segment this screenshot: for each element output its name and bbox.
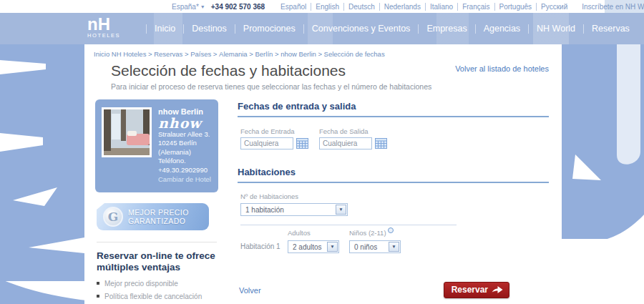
back-to-hotel-list-link[interactable]: Volver al listado de hoteles xyxy=(455,64,549,73)
dropdown-button[interactable]: ▼ xyxy=(327,242,338,252)
reserve-button-label: Reservar xyxy=(452,285,488,295)
language-link[interactable]: English xyxy=(311,3,344,11)
breadcrumb: Inicio NH HotelesReservasPaísesAlemaniaB… xyxy=(84,44,562,58)
dropdown-button[interactable]: ▼ xyxy=(336,205,346,215)
page-header: Selección de fechas y habitaciones Volve… xyxy=(84,58,562,79)
rooms-section-title: Habitaciones xyxy=(238,167,549,183)
phone-number: +34 902 570 368 xyxy=(211,3,265,11)
hotel-address-line: Teléfono. xyxy=(158,157,211,166)
account-links: Inscríbete en NH World Login xyxy=(582,3,644,11)
breadcrumb-item[interactable]: Inicio NH Hoteles xyxy=(94,50,146,58)
region-label: España* xyxy=(172,3,199,11)
page-subtitle: Para iniciar el proceso de reserva tiene… xyxy=(84,79,562,91)
checkin-input[interactable]: Cualquiera xyxy=(240,137,293,149)
nav-item[interactable]: Reservas xyxy=(583,24,638,34)
nav-item[interactable]: Destinos xyxy=(183,24,235,34)
hotel-address-line: (Alemania) xyxy=(158,148,211,157)
calendar-icon[interactable] xyxy=(296,138,308,149)
checkin-label: Fecha de Entrada xyxy=(240,127,308,135)
calendar-icon[interactable] xyxy=(375,138,387,149)
hotel-photo xyxy=(102,107,152,157)
adults-header: Adultos xyxy=(288,229,349,237)
hotel-info: nhow Berlin nhow Stralauer Allee 3.10245… xyxy=(158,107,211,185)
nav-item[interactable]: Promociones xyxy=(235,24,303,34)
language-link[interactable]: Italiano xyxy=(426,3,458,11)
language-link[interactable]: Русский xyxy=(537,3,572,11)
main-nav-band: nH HOTELES InicioDestinosPromocionesConv… xyxy=(0,13,644,44)
room-count-select[interactable]: 1 habitación ▼ xyxy=(240,203,348,216)
hotel-address: Stralauer Allee 3.10245 Berlín(Alemania)… xyxy=(158,130,211,175)
form-footer: Volver Reservar xyxy=(238,282,549,298)
chevron-down-icon: ▼ xyxy=(391,245,396,250)
benefits-title: Reservar on-line te ofrece múltiples ven… xyxy=(97,250,217,273)
adults-select[interactable]: 2 adultos ▼ xyxy=(288,240,339,253)
content-card: Inicio NH HotelesReservasPaísesAlemaniaB… xyxy=(84,44,562,304)
hotel-address-line: 10245 Berlín xyxy=(158,139,211,148)
checkout-field: Fecha de Salida Cualquiera xyxy=(319,127,387,149)
adults-value: 2 adultos xyxy=(288,241,326,252)
arrow-right-icon xyxy=(492,285,503,294)
content-columns: nhow Berlin nhow Stralauer Allee 3.10245… xyxy=(84,91,562,304)
date-fields: Fecha de Entrada Cualquiera Fecha de Sal… xyxy=(240,127,549,149)
room-count-field: Nº de Habitaciones 1 habitación ▼ xyxy=(240,192,549,216)
room-count-value: 1 habitación xyxy=(241,204,335,215)
back-link[interactable]: Volver xyxy=(239,286,261,295)
booking-form: Fechas de entrada y salida Fecha de Entr… xyxy=(238,99,550,304)
breadcrumb-item[interactable]: nhow Berlin xyxy=(273,50,316,58)
change-hotel-link[interactable]: Cambiar de Hotel xyxy=(158,175,211,185)
language-link[interactable]: Español xyxy=(276,3,311,11)
breadcrumb-item[interactable]: Alemania xyxy=(211,50,247,58)
nh-hoteles-logo[interactable]: nH HOTELES xyxy=(87,16,120,39)
region-selector[interactable]: España* ▼ xyxy=(172,3,205,11)
guarantee-emblem-icon: G xyxy=(103,207,123,227)
language-link[interactable]: Français xyxy=(458,3,494,11)
logo-subtext: HOTELES xyxy=(87,32,120,39)
language-link[interactable]: Deutsch xyxy=(344,3,380,11)
nav-item[interactable]: NH World xyxy=(528,24,583,34)
benefit-item: Mejor precio disponible xyxy=(97,280,217,288)
breadcrumb-item[interactable]: Selección de fechas xyxy=(316,50,385,58)
page-title: Selección de fechas y habitaciones xyxy=(111,62,346,79)
breadcrumb-item[interactable]: Berlín xyxy=(248,50,273,58)
language-link[interactable]: Português xyxy=(495,3,537,11)
nav-item[interactable]: Convenciones y Eventos xyxy=(303,24,419,34)
utility-bar: España* ▼ +34 902 570 368 EspañolEnglish… xyxy=(0,0,644,13)
checkout-label: Fecha de Salida xyxy=(319,127,387,135)
room-occupancy-table: Adultos Niños (2-11) Habitación 1 2 adul… xyxy=(240,225,457,253)
reserve-button[interactable]: Reservar xyxy=(444,282,509,298)
badge-line2: GARANTIZADO xyxy=(128,217,185,225)
chevron-down-icon: ▼ xyxy=(200,4,205,9)
occupancy-headers: Adultos Niños (2-11) xyxy=(240,229,457,237)
language-switcher: EspañolEnglishDeutschNederlandsItalianoF… xyxy=(276,3,572,11)
breadcrumb-item[interactable]: Reservas xyxy=(146,50,182,58)
room-row-label: Habitación 1 xyxy=(240,242,288,250)
children-value: 0 niños xyxy=(350,241,388,252)
children-header: Niños (2-11) xyxy=(349,229,411,237)
children-select[interactable]: 0 niños ▼ xyxy=(349,240,401,253)
info-icon[interactable] xyxy=(388,227,394,233)
dates-section-title: Fechas de entrada y salida xyxy=(238,101,549,117)
breadcrumb-item[interactable]: Países xyxy=(182,50,211,58)
badge-text: MEJOR PRECIO GARANTIZADO xyxy=(128,208,189,225)
nav-item[interactable]: Empresas xyxy=(418,24,474,34)
benefits-list: Mejor precio disponiblePolítica flexible… xyxy=(97,280,217,304)
main-nav: InicioDestinosPromocionesConvenciones y … xyxy=(146,13,638,44)
online-benefits: Reservar on-line te ofrece múltiples ven… xyxy=(97,242,217,304)
benefit-item: Política flexible de cancelación xyxy=(97,293,217,301)
nh-world-signup-link[interactable]: Inscríbete en NH World xyxy=(582,3,644,11)
language-link[interactable]: Nederlands xyxy=(380,3,426,11)
nav-item[interactable]: Agencias xyxy=(475,24,528,34)
chevron-down-icon: ▼ xyxy=(338,207,343,212)
hotel-address-line: Stralauer Allee 3. xyxy=(158,130,211,139)
hotel-summary-card: nhow Berlin nhow Stralauer Allee 3.10245… xyxy=(95,99,218,192)
checkout-input[interactable]: Cualquiera xyxy=(319,137,372,149)
logo-text: nH xyxy=(87,16,120,32)
best-price-guarantee-badge: G MEJOR PRECIO GARANTIZADO xyxy=(97,203,209,230)
room-count-label: Nº de Habitaciones xyxy=(240,192,549,200)
sidebar: nhow Berlin nhow Stralauer Allee 3.10245… xyxy=(95,99,218,304)
nav-item[interactable]: Inicio xyxy=(146,24,183,34)
nhow-brand-logo: nhow xyxy=(158,117,211,130)
dropdown-button[interactable]: ▼ xyxy=(389,242,399,252)
room-row-1: Habitación 1 2 adultos ▼ 0 niños ▼ xyxy=(240,240,457,253)
chevron-down-icon: ▼ xyxy=(330,245,334,250)
